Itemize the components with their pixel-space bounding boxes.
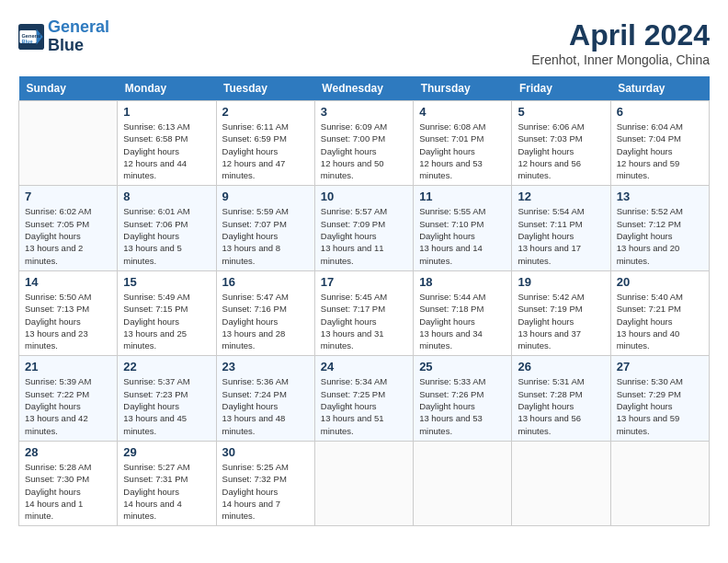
- day-number: 3: [321, 105, 407, 119]
- weekday-header-friday: Friday: [512, 76, 610, 101]
- day-number: 21: [25, 360, 111, 373]
- day-info: Sunrise: 6:01 AMSunset: 7:06 PMDaylight …: [123, 205, 210, 266]
- calendar-cell: 14Sunrise: 5:50 AMSunset: 7:13 PMDayligh…: [19, 270, 118, 355]
- calendar-cell: 1Sunrise: 6:13 AMSunset: 6:58 PMDaylight…: [118, 101, 216, 186]
- day-number: 25: [419, 360, 506, 373]
- calendar-cell: 30Sunrise: 5:25 AMSunset: 7:32 PMDayligh…: [216, 441, 314, 525]
- weekday-header-sunday: Sunday: [19, 76, 118, 101]
- calendar-cell: 24Sunrise: 5:34 AMSunset: 7:25 PMDayligh…: [314, 356, 413, 441]
- calendar-cell: 13Sunrise: 5:52 AMSunset: 7:12 PMDayligh…: [610, 186, 709, 270]
- day-number: 16: [222, 275, 309, 289]
- day-number: 9: [222, 190, 309, 203]
- calendar-cell: 9Sunrise: 5:59 AMSunset: 7:07 PMDaylight…: [216, 186, 314, 270]
- svg-text:Blue: Blue: [22, 39, 33, 44]
- day-info: Sunrise: 5:40 AMSunset: 7:21 PMDaylight …: [617, 291, 703, 351]
- day-info: Sunrise: 5:34 AMSunset: 7:25 PMDaylight …: [321, 375, 407, 436]
- day-number: 10: [321, 190, 407, 203]
- calendar-cell: [314, 441, 413, 525]
- day-number: 13: [617, 190, 703, 203]
- day-number: 7: [25, 190, 111, 203]
- day-number: 15: [123, 275, 210, 289]
- day-info: Sunrise: 5:36 AMSunset: 7:24 PMDaylight …: [222, 375, 309, 436]
- day-info: Sunrise: 5:49 AMSunset: 7:15 PMDaylight …: [123, 291, 210, 351]
- day-number: 14: [25, 275, 111, 289]
- calendar-cell: 2Sunrise: 6:11 AMSunset: 6:59 PMDaylight…: [216, 101, 314, 186]
- calendar-cell: 23Sunrise: 5:36 AMSunset: 7:24 PMDayligh…: [216, 356, 314, 441]
- calendar-cell: 10Sunrise: 5:57 AMSunset: 7:09 PMDayligh…: [314, 186, 413, 270]
- day-info: Sunrise: 6:13 AMSunset: 6:58 PMDaylight …: [123, 121, 210, 181]
- day-info: Sunrise: 5:42 AMSunset: 7:19 PMDaylight …: [518, 291, 604, 351]
- day-info: Sunrise: 6:11 AMSunset: 6:59 PMDaylight …: [222, 121, 309, 181]
- day-info: Sunrise: 5:27 AMSunset: 7:31 PMDaylight …: [123, 461, 210, 522]
- weekday-header-wednesday: Wednesday: [314, 76, 413, 101]
- location: Erenhot, Inner Mongolia, China: [531, 52, 710, 67]
- calendar-cell: 6Sunrise: 6:04 AMSunset: 7:04 PMDaylight…: [610, 101, 709, 186]
- calendar-cell: 15Sunrise: 5:49 AMSunset: 7:15 PMDayligh…: [118, 270, 216, 355]
- day-info: Sunrise: 6:04 AMSunset: 7:04 PMDaylight …: [617, 121, 703, 181]
- day-number: 30: [222, 445, 309, 459]
- day-number: 4: [419, 105, 506, 119]
- calendar-cell: 3Sunrise: 6:09 AMSunset: 7:00 PMDaylight…: [314, 101, 413, 186]
- day-info: Sunrise: 5:50 AMSunset: 7:13 PMDaylight …: [25, 291, 111, 351]
- calendar-cell: 21Sunrise: 5:39 AMSunset: 7:22 PMDayligh…: [19, 356, 118, 441]
- calendar-cell: [19, 101, 118, 186]
- day-info: Sunrise: 5:54 AMSunset: 7:11 PMDaylight …: [518, 205, 604, 266]
- calendar-cell: 28Sunrise: 5:28 AMSunset: 7:30 PMDayligh…: [19, 441, 118, 525]
- calendar-cell: 27Sunrise: 5:30 AMSunset: 7:29 PMDayligh…: [610, 356, 709, 441]
- weekday-header-row: SundayMondayTuesdayWednesdayThursdayFrid…: [19, 76, 710, 101]
- day-number: 11: [419, 190, 506, 203]
- calendar-cell: 5Sunrise: 6:06 AMSunset: 7:03 PMDaylight…: [512, 101, 610, 186]
- calendar-cell: [610, 441, 709, 525]
- day-info: Sunrise: 5:37 AMSunset: 7:23 PMDaylight …: [123, 375, 210, 436]
- calendar-cell: 12Sunrise: 5:54 AMSunset: 7:11 PMDayligh…: [512, 186, 610, 270]
- weekday-header-saturday: Saturday: [610, 76, 709, 101]
- title-block: April 2024 Erenhot, Inner Mongolia, Chin…: [531, 18, 710, 67]
- logo: General Blue GeneralBlue: [18, 18, 109, 55]
- day-info: Sunrise: 6:02 AMSunset: 7:05 PMDaylight …: [25, 205, 111, 266]
- day-number: 28: [25, 445, 111, 459]
- weekday-header-thursday: Thursday: [414, 76, 512, 101]
- week-row-2: 7Sunrise: 6:02 AMSunset: 7:05 PMDaylight…: [19, 186, 710, 270]
- calendar-cell: [512, 441, 610, 525]
- day-number: 12: [518, 190, 604, 203]
- day-number: 17: [321, 275, 407, 289]
- day-number: 1: [123, 105, 210, 119]
- day-number: 27: [617, 360, 703, 373]
- day-number: 26: [518, 360, 604, 373]
- day-info: Sunrise: 5:30 AMSunset: 7:29 PMDaylight …: [617, 375, 703, 436]
- day-info: Sunrise: 5:31 AMSunset: 7:28 PMDaylight …: [518, 375, 604, 436]
- calendar-cell: 18Sunrise: 5:44 AMSunset: 7:18 PMDayligh…: [414, 270, 512, 355]
- calendar-cell: 19Sunrise: 5:42 AMSunset: 7:19 PMDayligh…: [512, 270, 610, 355]
- day-info: Sunrise: 6:08 AMSunset: 7:01 PMDaylight …: [419, 121, 506, 181]
- logo-icon: General Blue: [18, 24, 44, 50]
- calendar-cell: 25Sunrise: 5:33 AMSunset: 7:26 PMDayligh…: [414, 356, 512, 441]
- week-row-5: 28Sunrise: 5:28 AMSunset: 7:30 PMDayligh…: [19, 441, 710, 525]
- day-number: 2: [222, 105, 309, 119]
- calendar-cell: 4Sunrise: 6:08 AMSunset: 7:01 PMDaylight…: [414, 101, 512, 186]
- calendar-cell: 7Sunrise: 6:02 AMSunset: 7:05 PMDaylight…: [19, 186, 118, 270]
- calendar-table: SundayMondayTuesdayWednesdayThursdayFrid…: [18, 76, 710, 526]
- calendar-cell: 8Sunrise: 6:01 AMSunset: 7:06 PMDaylight…: [118, 186, 216, 270]
- day-info: Sunrise: 5:57 AMSunset: 7:09 PMDaylight …: [321, 205, 407, 266]
- day-number: 22: [123, 360, 210, 373]
- logo-text: GeneralBlue: [48, 18, 109, 55]
- day-info: Sunrise: 5:52 AMSunset: 7:12 PMDaylight …: [617, 205, 703, 266]
- day-number: 5: [518, 105, 604, 119]
- day-info: Sunrise: 5:44 AMSunset: 7:18 PMDaylight …: [419, 291, 506, 351]
- calendar-cell: 22Sunrise: 5:37 AMSunset: 7:23 PMDayligh…: [118, 356, 216, 441]
- weekday-header-tuesday: Tuesday: [216, 76, 314, 101]
- day-number: 8: [123, 190, 210, 203]
- weekday-header-monday: Monday: [118, 76, 216, 101]
- day-info: Sunrise: 5:39 AMSunset: 7:22 PMDaylight …: [25, 375, 111, 436]
- day-info: Sunrise: 5:47 AMSunset: 7:16 PMDaylight …: [222, 291, 309, 351]
- day-info: Sunrise: 6:06 AMSunset: 7:03 PMDaylight …: [518, 121, 604, 181]
- day-info: Sunrise: 6:09 AMSunset: 7:00 PMDaylight …: [321, 121, 407, 181]
- day-info: Sunrise: 5:33 AMSunset: 7:26 PMDaylight …: [419, 375, 506, 436]
- month-title: April 2024: [531, 18, 710, 52]
- day-number: 18: [419, 275, 506, 289]
- day-number: 20: [617, 275, 703, 289]
- day-info: Sunrise: 5:45 AMSunset: 7:17 PMDaylight …: [321, 291, 407, 351]
- calendar-cell: 20Sunrise: 5:40 AMSunset: 7:21 PMDayligh…: [610, 270, 709, 355]
- calendar-cell: 29Sunrise: 5:27 AMSunset: 7:31 PMDayligh…: [118, 441, 216, 525]
- week-row-3: 14Sunrise: 5:50 AMSunset: 7:13 PMDayligh…: [19, 270, 710, 355]
